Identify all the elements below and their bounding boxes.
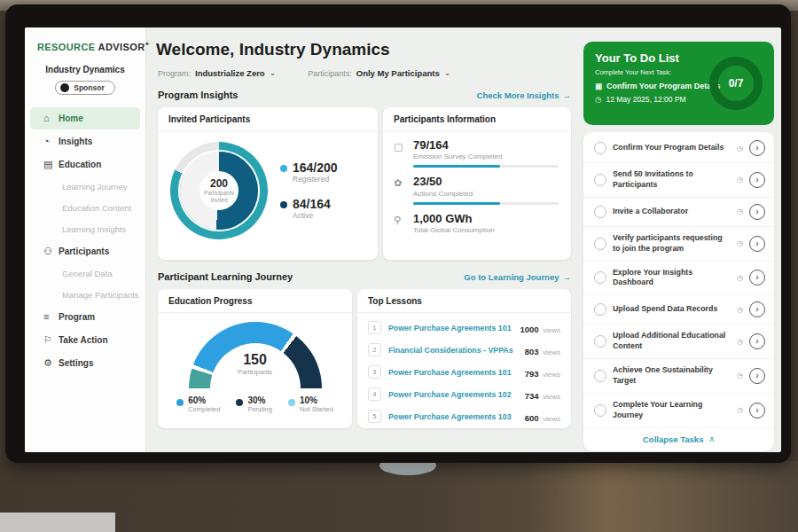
legend-dot-icon — [280, 201, 287, 208]
gauge-wrap: 150 Participants 60% — [158, 313, 352, 413]
sidebar-item[interactable]: ⚐ Take Action — [30, 329, 140, 351]
sidebar-item[interactable]: Learning Journey — [30, 176, 140, 197]
todo-task-row[interactable]: Complete Your Learning Journey ◷ › — [583, 394, 774, 428]
sponsor-badge-label: Sponsor — [74, 83, 104, 92]
lesson-title-link[interactable]: Power Purchase Agreements 102 — [388, 390, 525, 399]
task-chevron-button[interactable]: › — [749, 140, 765, 156]
sidebar-item-icon: ◔ — [43, 136, 59, 146]
lesson-row: 3 Power Purchase Agreements 101 793 view… — [368, 361, 560, 383]
lesson-title-link[interactable]: Power Purchase Agreements 101 — [388, 324, 520, 332]
task-chevron-button[interactable]: › — [749, 236, 765, 252]
lesson-rank-badge: 2 — [368, 343, 381, 356]
stat-progress-fill — [413, 165, 500, 168]
task-label: Send 50 Invitations to Participants — [613, 169, 731, 191]
todo-panel: Your To Do List Complete Your Next Task:… — [583, 42, 774, 452]
sidebar-item[interactable]: General Data — [30, 263, 140, 284]
education-gauge-chart: 150 Participants — [189, 322, 322, 389]
task-chevron-button[interactable]: › — [749, 403, 765, 419]
sidebar-item-label: Participants — [59, 246, 109, 256]
todo-progress-ring: 0/7 — [709, 57, 763, 110]
sidebar-item-label: Settings — [59, 358, 93, 368]
info-card-title: Participants Information — [383, 107, 571, 131]
go-to-learning-journey-link[interactable]: Go to Learning Journey→ — [464, 272, 571, 282]
lesson-title-link[interactable]: Power Purchase Agreements 101 — [388, 368, 525, 377]
sidebar-item-label: Learning Insights — [62, 224, 126, 234]
learning-journey-heading: Participant Learning Journey — [158, 271, 293, 282]
todo-task-row[interactable]: Verify participants requesting to join t… — [583, 227, 774, 262]
legend-label: Pending — [247, 405, 272, 413]
filter-label: Participants: — [308, 69, 352, 78]
chevron-right-icon: › — [755, 272, 758, 282]
legend-dot-icon — [288, 399, 295, 406]
task-chevron-button[interactable]: › — [749, 333, 765, 349]
monitor-bezel: RESOURCE ADVISOR+ Industry Dynamics Spon… — [5, 4, 791, 463]
invited-participants-card: Invited Participants 200 Participants In… — [158, 107, 378, 260]
collapse-tasks-link[interactable]: Collapse Tasks ∧ — [583, 428, 774, 450]
todo-task-row[interactable]: Explore Your Insights Dashboard ◷ › — [583, 262, 774, 296]
todo-task-row[interactable]: Upload Spend Data Records ◷ › — [583, 295, 774, 325]
task-checkbox[interactable] — [594, 303, 606, 316]
todo-task-row[interactable]: Invite a Collaborator ◷ › — [583, 198, 774, 227]
task-chevron-button[interactable]: › — [749, 172, 765, 188]
task-clock-icon: ◷ — [737, 207, 743, 215]
chevron-up-icon: ∧ — [708, 434, 715, 444]
task-checkbox[interactable] — [594, 142, 606, 154]
todo-task-row[interactable]: Send 50 Invitations to Participants ◷ › — [583, 163, 774, 198]
sidebar-item[interactable]: ⚇ Participants — [30, 240, 140, 262]
task-checkbox[interactable] — [594, 370, 606, 382]
task-chevron-button[interactable]: › — [749, 270, 765, 286]
filter-dropdown[interactable]: Participants: Only My Participants ⌄ — [308, 68, 450, 78]
chevron-right-icon: › — [755, 239, 758, 248]
lesson-row: 4 Power Purchase Agreements 102 734 view… — [368, 383, 560, 405]
legend-percent: 30% — [247, 395, 272, 405]
sidebar-item-icon: ⚙ — [43, 357, 59, 369]
sidebar-item[interactable]: ▤ Education — [30, 153, 140, 176]
lesson-views: 793 views — [525, 364, 560, 380]
sidebar-item[interactable]: ≡ Program — [30, 306, 140, 328]
task-checkbox[interactable] — [594, 271, 606, 284]
legend-value: 84/164 — [293, 198, 331, 211]
info-stats: ▢ 79/164 Emission Survey Completed — [383, 131, 571, 234]
sidebar-item[interactable]: ⚙ Settings — [30, 352, 140, 374]
task-checkbox[interactable] — [594, 335, 606, 348]
todo-task-row[interactable]: Upload Additional Educational Content ◷ … — [583, 325, 774, 359]
task-chevron-button[interactable]: › — [749, 368, 765, 384]
chevron-right-icon: › — [755, 207, 758, 216]
legend-label: Completed — [188, 405, 220, 413]
stat-label: Total Global Consumption — [413, 226, 559, 234]
filter-dropdown[interactable]: Program: Industrialize Zero ⌄ — [158, 68, 276, 78]
sidebar-item[interactable]: Learning Insights — [30, 219, 140, 239]
task-chevron-button[interactable]: › — [749, 204, 765, 220]
task-checkbox[interactable] — [594, 238, 606, 250]
stat-row: ✿ 23/50 Actions Completed — [394, 176, 559, 204]
gauge-legend-item: 30% Pending — [236, 395, 272, 413]
chevron-right-icon: › — [755, 175, 758, 184]
program-insights-header: Program Insights Check More Insights→ — [158, 90, 571, 100]
sidebar-item[interactable]: Manage Participants — [30, 285, 140, 305]
task-checkbox[interactable] — [594, 206, 606, 218]
legend-dot-icon — [280, 165, 287, 172]
lessons-list: 1 Power Purchase Agreements 101 1000 vie… — [357, 313, 571, 427]
lesson-title-link[interactable]: Power Purchase Agreements 103 — [388, 412, 525, 421]
task-checkbox[interactable] — [594, 404, 606, 417]
sidebar-item-label: Take Action — [59, 335, 108, 345]
stat-icon: ▢ — [394, 141, 406, 168]
task-checkbox[interactable] — [594, 174, 606, 186]
sidebar-item[interactable]: ◔ Insights — [30, 130, 140, 153]
lesson-title-link[interactable]: Financial Considerations - VPPAs — [388, 346, 525, 355]
sidebar-item[interactable]: Education Content — [30, 198, 140, 218]
lesson-rank-badge: 3 — [368, 365, 381, 379]
todo-task-row[interactable]: Confirm Your Program Details ◷ › — [583, 134, 774, 163]
todo-tasks-card: Confirm Your Program Details ◷ › Send 50… — [583, 132, 774, 451]
lesson-rank-badge: 1 — [368, 321, 381, 334]
todo-task-row[interactable]: Achieve One Sustainability Target ◷ › — [583, 359, 774, 394]
organization-name: Industry Dynamics — [25, 65, 145, 74]
sidebar-item-label: Learning Journey — [62, 182, 127, 192]
check-more-insights-link[interactable]: Check More Insights→ — [477, 90, 571, 100]
donut-center-label: 200 Participants Invited — [200, 171, 239, 210]
stat-value: 79/164 — [413, 139, 559, 152]
education-card-title: Education Progress — [158, 289, 352, 313]
sidebar-item-icon: ≡ — [43, 311, 59, 322]
task-chevron-button[interactable]: › — [749, 301, 765, 317]
sidebar-item[interactable]: ⌂ Home — [30, 107, 140, 129]
